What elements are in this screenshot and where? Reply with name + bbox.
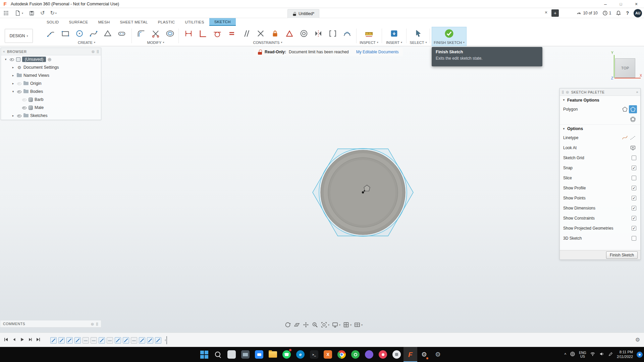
notification-clock-button[interactable]: 1 [602, 10, 611, 16]
visibility-eye-off-icon[interactable] [22, 97, 27, 102]
show-projected-geometries-checkbox[interactable]: ✓ [632, 226, 636, 231]
workspace-selector[interactable]: DESIGN ▾ [5, 29, 33, 43]
taskbar-app-explorer[interactable] [266, 347, 280, 362]
taskbar-app-edge[interactable]: e [293, 347, 307, 362]
taskbar-app-search[interactable] [211, 347, 225, 362]
sketch-geometry[interactable] [296, 135, 430, 250]
timeline-feature-sketch[interactable] [147, 337, 153, 344]
rectangle-tool-button[interactable] [60, 28, 71, 39]
slice-checkbox[interactable] [632, 176, 636, 180]
timeline-feature-sketch[interactable] [139, 337, 145, 344]
speaker-icon[interactable] [599, 351, 604, 358]
trim-tool-button[interactable] [150, 28, 161, 39]
options-section[interactable]: ▼ Options [560, 124, 640, 133]
timeline-feature-sketch[interactable] [123, 337, 129, 344]
concentric-constraint-button[interactable] [298, 28, 310, 39]
language-indicator[interactable]: ENG US [579, 351, 586, 358]
viewports-button[interactable]: ▾ [354, 321, 363, 328]
pan-button[interactable] [303, 321, 309, 328]
midpoint-constraint-button[interactable] [284, 28, 295, 39]
app-grid-button[interactable] [2, 9, 10, 17]
line-tool-button[interactable] [46, 28, 57, 39]
sketch-grid-checkbox[interactable] [632, 156, 636, 160]
tab-mesh[interactable]: MESH [93, 18, 115, 26]
visibility-eye-icon[interactable] [17, 113, 22, 118]
browser-header[interactable]: « BROWSER ◎ || [1, 48, 101, 55]
taskbar-app-fusion-360[interactable]: F [404, 347, 417, 362]
timeline-feature-sketch[interactable] [74, 337, 81, 344]
coincident-constraint-button[interactable] [255, 28, 266, 39]
save-button[interactable] [28, 9, 36, 17]
taskbar-app-terminal[interactable]: >_ [307, 347, 321, 362]
tab-solid[interactable]: SOLID [42, 18, 64, 26]
spline-tool-button[interactable] [88, 28, 99, 39]
tray-expand-button[interactable]: ^ [565, 352, 567, 357]
timeline-feature-plane[interactable] [107, 337, 113, 344]
insert-tool-button[interactable] [388, 28, 400, 39]
timeline-step-forward-button[interactable] [28, 337, 33, 343]
orbit-button[interactable] [284, 321, 291, 328]
edge-polygon-button[interactable] [621, 105, 629, 113]
visibility-eye-icon[interactable] [22, 105, 27, 110]
panel-handle-icon[interactable]: || [562, 90, 564, 94]
maximize-button[interactable]: □ [613, 0, 629, 8]
construction-linetype-button[interactable] [621, 134, 629, 142]
taskbar-app-chrome[interactable] [335, 347, 348, 362]
panel-handle-icon[interactable]: || [96, 322, 98, 326]
tree-item-root[interactable]: ▾ (Unsaved) ◎ [1, 55, 101, 63]
inspect-dropdown[interactable]: INSPECT▾ [358, 40, 380, 45]
action-center-icon[interactable] [637, 352, 643, 358]
timeline-step-back-button[interactable] [11, 337, 17, 343]
taskbar-app-purple[interactable] [362, 347, 376, 362]
look-at-button[interactable] [629, 144, 637, 152]
dock-icon[interactable]: ◎ [566, 90, 569, 94]
circumscribed-polygon-button[interactable] [629, 115, 637, 123]
finish-sketch-dropdown[interactable]: FINISH SKETCH▾ [432, 40, 466, 45]
pen-icon[interactable] [608, 352, 613, 358]
account-avatar[interactable]: AU [634, 9, 642, 17]
dimension-tool-button[interactable] [183, 28, 194, 39]
timeline-feature-sketch[interactable] [50, 337, 57, 344]
editable-documents-link[interactable]: My Editable Documents [356, 50, 399, 54]
tab-surface[interactable]: SURFACE [64, 18, 93, 26]
visibility-eye-off-icon[interactable] [17, 81, 22, 86]
tab-utilities[interactable]: UTILITIES [180, 18, 209, 26]
collapse-icon[interactable]: « [3, 50, 5, 53]
network-globe-icon[interactable] [570, 351, 575, 358]
modify-dropdown[interactable]: MODIFY▾ [134, 40, 177, 45]
viewport-canvas[interactable]: Read-Only: Document limit has been reach… [0, 46, 644, 333]
show-profile-checkbox[interactable]: ✓ [632, 186, 636, 190]
taskbar-app-green[interactable] [348, 347, 362, 362]
undo-button[interactable]: ↺ [39, 10, 46, 16]
timeline-play-button[interactable] [19, 337, 25, 343]
create-dropdown[interactable]: CREATE▾ [44, 40, 129, 45]
panel-handle-icon[interactable]: || [97, 50, 99, 53]
taskbar-app-monitor[interactable] [238, 347, 252, 362]
timeline-feature-sketch[interactable] [99, 337, 105, 344]
timeline-feature-sketch[interactable] [155, 337, 161, 344]
tree-item-named-views[interactable]: ▸ Named Views [1, 71, 101, 79]
filter-icon[interactable]: ◎ [92, 50, 95, 53]
expand-arrow-icon[interactable]: ▸ [11, 114, 15, 117]
timeline-feature-sketch[interactable] [66, 337, 73, 344]
job-status-button[interactable]: 10 of 10 [576, 10, 597, 16]
dashed-linetype-button[interactable] [629, 134, 637, 142]
fit-button[interactable]: ▾ [321, 321, 329, 328]
view-cube[interactable]: TOP Y X Z [611, 51, 642, 82]
help-button[interactable]: ? [626, 10, 629, 16]
timeline-settings-gear-icon[interactable]: ⚙ [635, 337, 640, 343]
circle-tool-button[interactable] [74, 28, 85, 39]
grid-layout-button[interactable]: ▾ [343, 321, 352, 328]
show-constraints-checkbox[interactable]: ✓ [632, 216, 636, 221]
zoom-button[interactable] [312, 321, 318, 328]
insert-dropdown[interactable]: INSERT▾ [383, 40, 405, 45]
slot-tool-button[interactable] [116, 28, 127, 39]
select-dropdown[interactable]: SELECT▾ [408, 40, 429, 45]
timeline-feature-plane[interactable] [91, 337, 97, 344]
select-tool-button[interactable] [413, 28, 424, 39]
tree-item-barb[interactable]: Barb [1, 96, 101, 104]
expand-arrow-icon[interactable]: ▸ [11, 74, 15, 77]
wifi-icon[interactable] [590, 351, 595, 358]
taskbar-app-settings[interactable]: ⚙ [417, 347, 431, 362]
timeline-position-marker[interactable] [164, 336, 168, 344]
